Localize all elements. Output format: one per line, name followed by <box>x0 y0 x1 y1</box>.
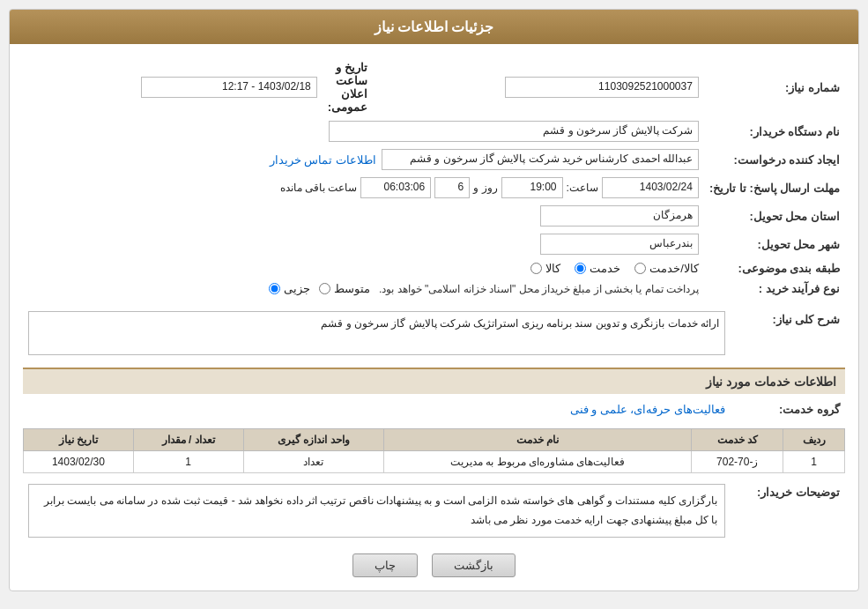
deadline-date: 1403/02/24 <box>602 177 699 198</box>
deadline-time-label: ساعت: <box>567 182 598 194</box>
table-row: 1ز-70-702فعالیت‌های مشاوره‌ای مربوط به م… <box>24 451 845 473</box>
buyer-notes-value: بارگزاری کلیه مستندات و گواهی های خواسته… <box>28 484 725 538</box>
service-group-value[interactable]: فعالیت‌های حرفه‌ای، علمی و فنی <box>570 403 725 416</box>
deadline-remaining: 06:03:06 <box>360 177 431 198</box>
need-summary-value: ارائه خدمات بازنگری و تدوین سند برنامه ر… <box>28 311 725 355</box>
col-header-unit: واحد اندازه گیری <box>243 429 384 451</box>
purchase-type-note: پرداخت تمام یا بخشی از مبلغ خریداز محل "… <box>379 283 699 295</box>
need-number-value: 1103092521000037 <box>505 77 699 98</box>
contact-link[interactable]: اطلاعات تماس خریدار <box>270 153 376 167</box>
province-value: هرمزگان <box>540 205 699 227</box>
services-section-header: اطلاعات خدمات مورد نیاز <box>23 368 845 394</box>
col-header-row: ردیف <box>783 429 845 451</box>
category-option-kala-khedmat[interactable]: کالا/خدمت <box>634 262 699 275</box>
city-value: بندرعباس <box>540 234 699 255</box>
print-button[interactable]: چاپ <box>352 553 418 577</box>
buyer-org-label: نام دستگاه خریدار: <box>704 117 845 145</box>
col-header-name: نام خدمت <box>384 429 692 451</box>
city-label: شهر محل تحویل: <box>704 230 845 258</box>
announcement-date-value: 1403/02/18 - 12:17 <box>141 77 317 98</box>
purchase-type-motavaset[interactable]: متوسط <box>319 282 370 295</box>
deadline-day-label: روز و <box>473 182 497 194</box>
purchase-type-label: نوع فرآیند خرید : <box>704 279 845 299</box>
buyer-notes-label: توضیحات خریدار: <box>731 480 845 541</box>
category-label: طبقه بندی موضوعی: <box>704 258 845 279</box>
col-header-code: کد خدمت <box>692 429 783 451</box>
deadline-remaining-label: ساعت باقی مانده <box>280 182 358 194</box>
buyer-org-value: شرکت پالایش گاز سرخون و قشم <box>329 121 699 142</box>
requester-value: عبدالله احمدی کارشناس خرید شرکت پالایش گ… <box>382 149 699 170</box>
deadline-day: 6 <box>434 177 470 198</box>
page-title: جزئیات اطلاعات نیاز <box>375 19 494 34</box>
province-label: استان محل تحویل: <box>704 202 845 230</box>
need-summary-label: شرح کلی نیاز: <box>731 308 845 359</box>
category-option-khedmat[interactable]: خدمت <box>575 262 620 275</box>
deadline-time: 19:00 <box>501 177 563 198</box>
category-option-kala[interactable]: کالا <box>530 262 560 275</box>
requester-label: ایجاد کننده درخواست: <box>704 145 845 174</box>
col-header-qty: تعداد / مقدار <box>133 429 243 451</box>
button-row: بازگشت چاپ <box>23 553 845 577</box>
announcement-date-label: تاریخ و ساعت اعلان عمومی: <box>323 57 376 117</box>
col-header-date: تاریخ نیاز <box>24 429 134 451</box>
purchase-type-jozii[interactable]: جزیی <box>269 282 310 295</box>
need-number-label: شماره نیاز: <box>704 57 845 117</box>
back-button[interactable]: بازگشت <box>432 553 516 577</box>
deadline-label: مهلت ارسال پاسخ: تا تاریخ: <box>704 174 845 202</box>
services-table: ردیف کد خدمت نام خدمت واحد اندازه گیری ت… <box>23 428 845 473</box>
page-header: جزئیات اطلاعات نیاز <box>10 10 858 44</box>
service-group-label: گروه خدمت: <box>731 399 845 420</box>
